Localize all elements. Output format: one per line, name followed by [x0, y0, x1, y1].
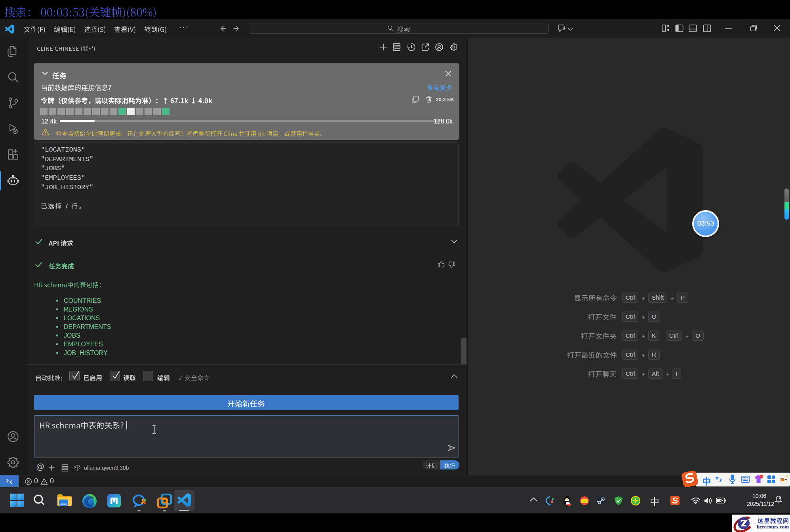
svg-text:z: z	[779, 496, 780, 500]
